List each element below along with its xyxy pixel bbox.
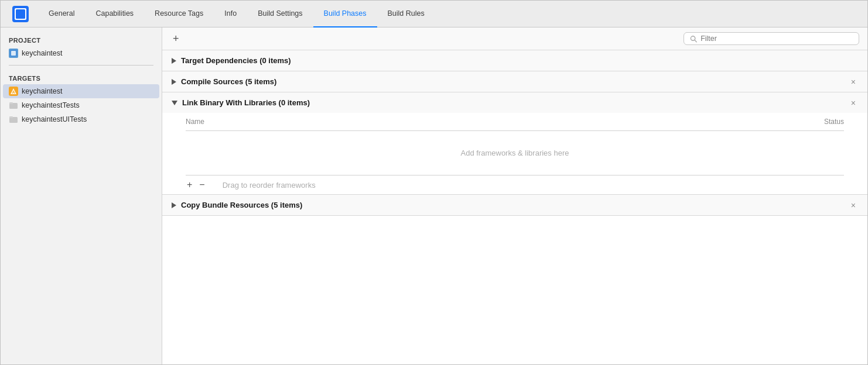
phase-title-compile-sources: Compile Sources (5 items) <box>181 77 844 86</box>
sidebar-target-label-uitests: keychaintestUITests <box>22 115 87 123</box>
svg-rect-11 <box>9 116 13 118</box>
triangle-down-icon-link <box>172 101 177 105</box>
tab-build-phases[interactable]: Build Phases <box>313 1 377 27</box>
sidebar-target-label-keychaintest: keychaintest <box>22 87 62 95</box>
link-binary-empty-state: Add frameworks & libraries here <box>186 131 844 175</box>
app-window: General Capabilities Resource Tags Info … <box>0 0 868 365</box>
add-phase-button[interactable]: + <box>170 33 182 44</box>
tab-bar: General Capabilities Resource Tags Info … <box>1 1 867 27</box>
folder-icon-uitests <box>9 115 18 124</box>
sidebar-item-project[interactable]: keychaintest <box>1 46 162 60</box>
tab-info[interactable]: Info <box>214 1 247 27</box>
svg-rect-9 <box>9 102 13 104</box>
right-panel: + Target Dependencies (0 items) <box>162 27 867 364</box>
sidebar: PROJECT keychaintest TARGETS <box>1 27 162 364</box>
triangle-right-icon-copy <box>172 202 176 208</box>
svg-rect-2 <box>16 9 25 19</box>
triangle-right-icon <box>172 58 176 64</box>
phase-table-header: Name Status <box>186 113 844 131</box>
phase-copy-bundle-header[interactable]: Copy Bundle Resources (5 items) × <box>162 195 867 215</box>
sidebar-targets-header: TARGETS <box>1 70 162 84</box>
sidebar-target-label-tests: keychaintestTests <box>22 101 80 109</box>
filter-search-icon <box>690 35 697 43</box>
svg-rect-4 <box>11 51 16 56</box>
phase-title-link-binary: Link Binary With Libraries (0 items) <box>182 98 844 107</box>
phase-target-dependencies-header[interactable]: Target Dependencies (0 items) <box>162 50 867 71</box>
sidebar-project-name: keychaintest <box>22 49 62 57</box>
xcode-project-icon <box>12 6 29 22</box>
sidebar-item-keychaintest[interactable]: A keychaintest <box>3 84 159 98</box>
link-drag-hint: Drag to reorder frameworks <box>223 181 316 190</box>
col-name-label: Name <box>186 118 204 126</box>
phase-link-binary-content: Name Status Add frameworks & libraries h… <box>162 113 867 194</box>
main-content: PROJECT keychaintest TARGETS <box>1 27 867 364</box>
svg-point-12 <box>691 36 695 40</box>
tab-general[interactable]: General <box>38 1 85 27</box>
col-status-label: Status <box>824 118 844 126</box>
app-target-icon: A <box>9 87 18 96</box>
panel-toolbar: + <box>162 27 867 50</box>
folder-icon-tests <box>9 101 18 110</box>
phase-copy-bundle: Copy Bundle Resources (5 items) × <box>162 195 867 216</box>
phase-footer-link: + − Drag to reorder frameworks <box>186 175 844 194</box>
sidebar-item-uitests[interactable]: keychaintestUITests <box>1 112 162 126</box>
tab-resource-tags[interactable]: Resource Tags <box>144 1 214 27</box>
phase-compile-sources: Compile Sources (5 items) × <box>162 71 867 92</box>
phase-target-dependencies: Target Dependencies (0 items) <box>162 50 867 71</box>
sidebar-item-tests[interactable]: keychaintestTests <box>1 98 162 112</box>
tab-build-settings[interactable]: Build Settings <box>247 1 313 27</box>
phase-link-binary-header[interactable]: Link Binary With Libraries (0 items) × <box>162 92 867 113</box>
filter-input[interactable] <box>700 35 853 43</box>
triangle-right-icon-compile <box>172 79 176 85</box>
project-icon <box>9 49 18 58</box>
phase-close-copy[interactable]: × <box>849 201 858 209</box>
link-remove-button[interactable]: − <box>198 180 206 190</box>
phase-close-link[interactable]: × <box>849 99 858 107</box>
phase-title-target-dependencies: Target Dependencies (0 items) <box>181 56 858 65</box>
sidebar-divider <box>9 65 153 66</box>
phase-link-binary: Link Binary With Libraries (0 items) × N… <box>162 92 867 195</box>
tab-capabilities[interactable]: Capabilities <box>85 1 144 27</box>
svg-line-13 <box>695 40 696 42</box>
phase-close-compile[interactable]: × <box>849 78 858 86</box>
tab-build-rules[interactable]: Build Rules <box>377 1 435 27</box>
filter-box <box>684 32 859 45</box>
sidebar-project-header: PROJECT <box>1 32 162 46</box>
phase-title-copy-bundle: Copy Bundle Resources (5 items) <box>181 201 844 209</box>
svg-text:A: A <box>12 90 15 94</box>
link-add-button[interactable]: + <box>186 180 193 190</box>
phase-compile-sources-header[interactable]: Compile Sources (5 items) × <box>162 71 867 92</box>
